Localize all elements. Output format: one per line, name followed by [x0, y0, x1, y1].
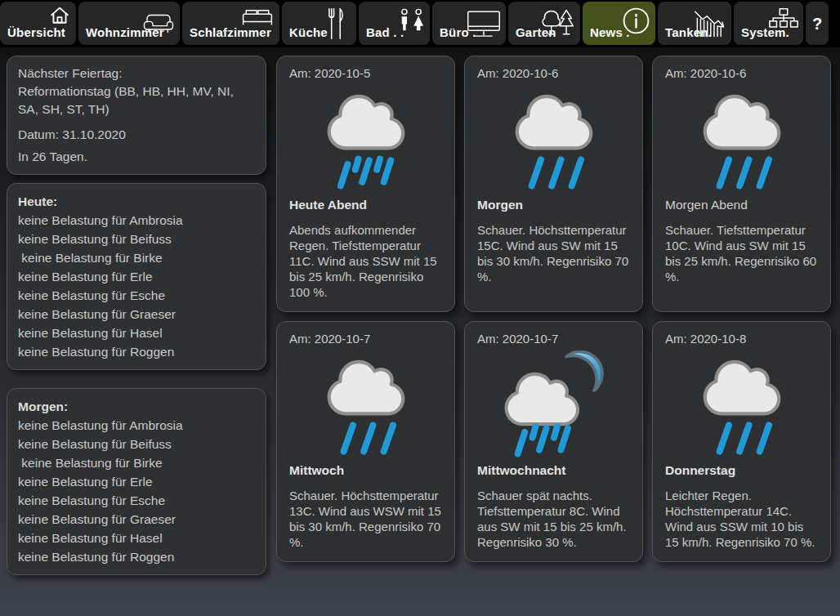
tab-news[interactable]: News .	[583, 2, 655, 45]
tab-label: Büro .	[440, 25, 476, 39]
rain-cloud-graphic	[688, 85, 796, 193]
pollen-item: keine Belastung für Roggen	[18, 342, 255, 361]
pollen-item: keine Belastung für Birke	[18, 453, 255, 472]
weather-period-title: Mittwochnacht	[477, 463, 630, 478]
tab-wohnzimmer[interactable]: Wohnzimmer	[78, 2, 180, 45]
holiday-date: Datum: 31.10.2020	[18, 126, 255, 144]
tab-label: Bad . .	[366, 25, 404, 39]
weather-period-title: Donnerstag	[665, 463, 818, 478]
tab-label: Küche	[289, 25, 328, 39]
tab-schlafzimmer[interactable]: Schlafzimmer	[182, 2, 279, 45]
tab-label: Wohnzimmer	[86, 25, 164, 39]
pollen-item: keine Belastung für Roggen	[18, 547, 255, 566]
weather-period-title: Morgen Abend	[665, 198, 818, 212]
pollen-item: keine Belastung für Hasel	[18, 324, 255, 342]
tab-label: Übersicht	[7, 25, 65, 39]
weather-card: Am: 2020-10-8 Donnerstag Leichter Regen.…	[652, 321, 831, 562]
weather-description: Schauer. Tiefsttemperatur 10C. Wind aus …	[665, 222, 818, 284]
weather-forecast-grid: Am: 2020-10-5 Heute Abend Abends aufkomm…	[276, 56, 832, 562]
rain-icon	[665, 82, 818, 196]
cutlery-icon	[324, 6, 346, 42]
tab-label: System.	[741, 25, 789, 39]
pollen-today-title: Heute:	[18, 192, 255, 211]
smart-home-dashboard: Übersicht Wohnzimmer Schlafzimmer	[0, 0, 840, 616]
night-drizzle-graphic	[500, 350, 608, 458]
drizzle-icon	[289, 82, 442, 196]
weather-card: Am: 2020-10-7 Mittwochnacht Schauer spät…	[464, 321, 643, 562]
holiday-countdown: In 26 Tagen.	[18, 148, 255, 166]
weather-card: Am: 2020-10-6 Morgen Schauer. Höchsttemp…	[464, 56, 643, 312]
tab-help[interactable]: ?	[806, 2, 829, 45]
rain-cloud-graphic	[312, 350, 420, 458]
pollen-item: keine Belastung für Erle	[18, 267, 255, 286]
rain-cloud-graphic	[688, 350, 796, 458]
weather-period-title: Heute Abend	[289, 198, 442, 212]
tab-system[interactable]: System.	[734, 2, 803, 45]
weather-card: Am: 2020-10-6 Morgen Abend Schauer. Tief…	[652, 56, 831, 312]
weather-date: Am: 2020-10-8	[665, 332, 818, 346]
drizzle-cloud-graphic	[312, 85, 420, 193]
weather-card: Am: 2020-10-7 Mittwoch Schauer. Höchstte…	[276, 321, 455, 562]
tab-tanken[interactable]: Tanken.	[658, 2, 731, 45]
pollen-item: keine Belastung für Birke	[18, 248, 255, 267]
weather-description: Leichter Regen. Höchsttemperatur 14C. Wi…	[665, 488, 818, 550]
rain-icon	[477, 82, 630, 196]
pollen-today-panel: Heute: keine Belastung für Ambrosia kein…	[7, 183, 266, 370]
tab-label: News .	[590, 25, 630, 39]
weather-description: Schauer. Höchsttemperatur 15C. Wind aus …	[477, 222, 630, 284]
rain-icon	[289, 347, 442, 462]
holiday-name: Reformationstag (BB, HB, HH, MV, NI, SA,…	[18, 83, 255, 118]
weather-period-title: Morgen	[477, 198, 630, 212]
pollen-item: keine Belastung für Esche	[18, 491, 255, 510]
pollen-item: keine Belastung für Ambrosia	[18, 416, 255, 435]
weather-description: Schauer spät nachts. Tiefsttemperatur 8C…	[477, 488, 630, 550]
weather-description: Abends aufkommender Regen. Tiefsttempera…	[289, 222, 442, 300]
tab-garten[interactable]: Garten	[508, 2, 580, 45]
night-drizzle-icon	[477, 347, 630, 462]
pollen-item: keine Belastung für Beifuss	[18, 230, 255, 248]
top-nav: Übersicht Wohnzimmer Schlafzimmer	[0, 0, 840, 47]
tab-buero[interactable]: Büro .	[432, 2, 506, 45]
holiday-panel: Nächster Feiertag: Reformationstag (BB, …	[7, 56, 266, 175]
pollen-item: keine Belastung für Graeser	[18, 305, 255, 324]
weather-date: Am: 2020-10-7	[289, 332, 442, 346]
pollen-item: keine Belastung für Beifuss	[18, 435, 255, 453]
info-sidebar: Nächster Feiertag: Reformationstag (BB, …	[7, 56, 266, 575]
pollen-item: keine Belastung für Graeser	[18, 510, 255, 529]
weather-date: Am: 2020-10-7	[477, 332, 630, 346]
weather-date: Am: 2020-10-5	[289, 66, 442, 80]
rain-cloud-graphic	[500, 85, 608, 193]
weather-period-title: Mittwoch	[289, 463, 442, 478]
pollen-item: keine Belastung für Erle	[18, 472, 255, 491]
tab-bad[interactable]: Bad . .	[359, 2, 430, 45]
tab-uebersicht[interactable]: Übersicht	[0, 2, 76, 45]
pollen-item: keine Belastung für Esche	[18, 286, 255, 305]
pollen-item: keine Belastung für Hasel	[18, 529, 255, 547]
pollen-tomorrow-panel: Morgen: keine Belastung für Ambrosia kei…	[7, 388, 266, 575]
rain-icon	[665, 347, 818, 462]
weather-date: Am: 2020-10-6	[477, 66, 630, 80]
weather-description: Schauer. Höchsttemperatur 13C. Wind aus …	[289, 488, 442, 550]
home-icon	[47, 4, 72, 27]
tab-label: Garten	[516, 25, 556, 39]
pollen-item: keine Belastung für Ambrosia	[18, 211, 255, 230]
tab-label: Tanken.	[665, 25, 712, 39]
tab-kueche[interactable]: Küche	[282, 2, 356, 45]
help-question-mark: ?	[806, 14, 829, 33]
holiday-label: Nächster Feiertag:	[18, 65, 255, 83]
pollen-tomorrow-title: Morgen:	[18, 397, 255, 416]
weather-card: Am: 2020-10-5 Heute Abend Abends aufkomm…	[276, 56, 455, 312]
tab-label: Schlafzimmer	[190, 25, 271, 39]
weather-date: Am: 2020-10-6	[665, 66, 818, 80]
